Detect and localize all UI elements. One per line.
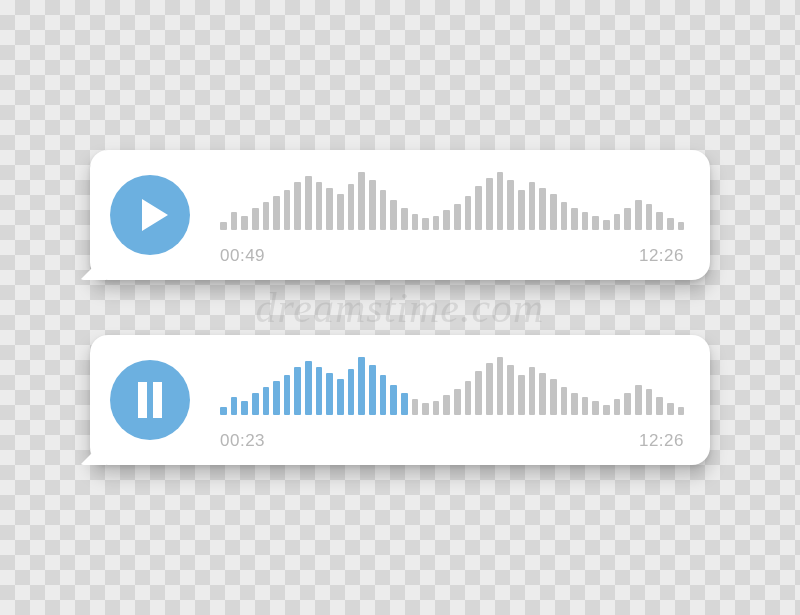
waveform-bar bbox=[561, 202, 568, 230]
pause-button[interactable] bbox=[110, 360, 190, 440]
waveform-bar bbox=[667, 218, 674, 230]
svg-rect-4 bbox=[153, 382, 162, 418]
waveform-area: 00:23 12:26 bbox=[220, 335, 684, 465]
waveform-bar bbox=[486, 178, 493, 230]
waveform-bar bbox=[635, 385, 642, 415]
waveform-bar bbox=[614, 214, 621, 230]
waveform-bar bbox=[252, 208, 259, 230]
total-time: 12:26 bbox=[639, 431, 684, 451]
waveform-bar bbox=[518, 375, 525, 415]
waveform-bar bbox=[550, 379, 557, 415]
waveform-bar bbox=[348, 184, 355, 230]
elapsed-time: 00:23 bbox=[220, 431, 265, 451]
waveform-bar bbox=[390, 385, 397, 415]
waveform-bar bbox=[624, 208, 631, 230]
waveform-bar bbox=[646, 204, 653, 230]
time-row: 00:49 12:26 bbox=[220, 246, 684, 266]
waveform[interactable] bbox=[220, 353, 684, 415]
waveform-bar bbox=[592, 401, 599, 415]
waveform-bar bbox=[337, 194, 344, 230]
waveform-bar bbox=[273, 381, 280, 415]
waveform-bar bbox=[656, 212, 663, 230]
waveform-bar bbox=[624, 393, 631, 415]
waveform-bar bbox=[539, 373, 546, 415]
waveform-bar bbox=[401, 208, 408, 230]
waveform-bar bbox=[390, 200, 397, 230]
waveform-bar bbox=[497, 172, 504, 230]
waveform-bar bbox=[380, 375, 387, 415]
waveform-bar bbox=[507, 180, 514, 230]
total-time: 12:26 bbox=[639, 246, 684, 266]
waveform-bar bbox=[358, 172, 365, 230]
voice-message-bubble: 00:23 12:26 bbox=[90, 335, 710, 465]
waveform-bar bbox=[305, 361, 312, 415]
time-row: 00:23 12:26 bbox=[220, 431, 684, 451]
waveform-bar bbox=[454, 389, 461, 415]
waveform-bar bbox=[486, 363, 493, 415]
waveform-bar bbox=[284, 190, 291, 230]
waveform-bar bbox=[294, 182, 301, 230]
waveform-bar bbox=[220, 222, 227, 230]
elapsed-time: 00:49 bbox=[220, 246, 265, 266]
waveform-bar bbox=[529, 182, 536, 230]
waveform-bar bbox=[465, 381, 472, 415]
canvas: dreamstime.com 00:49 12:26 bbox=[0, 0, 800, 615]
waveform-bar bbox=[497, 357, 504, 415]
waveform-bar bbox=[241, 216, 248, 230]
waveform-bar bbox=[241, 401, 248, 415]
waveform-bar bbox=[646, 389, 653, 415]
waveform-bar bbox=[539, 188, 546, 230]
pause-icon bbox=[110, 360, 190, 440]
waveform-bar bbox=[369, 180, 376, 230]
waveform-bar bbox=[465, 196, 472, 230]
svg-point-2 bbox=[110, 360, 190, 440]
waveform-bar bbox=[561, 387, 568, 415]
waveform-bar bbox=[380, 190, 387, 230]
waveform-bar bbox=[475, 186, 482, 230]
play-icon bbox=[110, 175, 190, 255]
waveform-bar bbox=[635, 200, 642, 230]
waveform-bar bbox=[582, 397, 589, 415]
waveform-bar bbox=[326, 188, 333, 230]
waveform-bar bbox=[422, 403, 429, 415]
svg-rect-3 bbox=[138, 382, 147, 418]
waveform-bar bbox=[401, 393, 408, 415]
waveform-bar bbox=[603, 405, 610, 415]
watermark-text: dreamstime.com bbox=[256, 284, 545, 332]
waveform-bar bbox=[358, 357, 365, 415]
waveform-bar bbox=[252, 393, 259, 415]
waveform-bar bbox=[678, 222, 685, 230]
waveform-bar bbox=[614, 399, 621, 415]
waveform-bar bbox=[433, 401, 440, 415]
waveform-bar bbox=[475, 371, 482, 415]
waveform-bar bbox=[369, 365, 376, 415]
waveform-bar bbox=[518, 190, 525, 230]
play-button[interactable] bbox=[110, 175, 190, 255]
waveform-bar bbox=[529, 367, 536, 415]
waveform-bar bbox=[603, 220, 610, 230]
waveform-bar bbox=[678, 407, 685, 415]
waveform-bar bbox=[422, 218, 429, 230]
waveform-bar bbox=[412, 399, 419, 415]
waveform-bar bbox=[443, 395, 450, 415]
waveform-bar bbox=[443, 210, 450, 230]
waveform-bar bbox=[348, 369, 355, 415]
waveform-bar bbox=[412, 214, 419, 230]
waveform-bar bbox=[550, 194, 557, 230]
waveform-bar bbox=[316, 182, 323, 230]
waveform-bar bbox=[337, 379, 344, 415]
waveform-bar bbox=[656, 397, 663, 415]
waveform[interactable] bbox=[220, 168, 684, 230]
waveform-bar bbox=[231, 212, 238, 230]
voice-message-bubble: 00:49 12:26 bbox=[90, 150, 710, 280]
waveform-bar bbox=[220, 407, 227, 415]
waveform-bar bbox=[454, 204, 461, 230]
waveform-bar bbox=[284, 375, 291, 415]
waveform-bar bbox=[326, 373, 333, 415]
waveform-bar bbox=[305, 176, 312, 230]
waveform-bar bbox=[592, 216, 599, 230]
waveform-bar bbox=[571, 393, 578, 415]
waveform-area: 00:49 12:26 bbox=[220, 150, 684, 280]
waveform-bar bbox=[667, 403, 674, 415]
waveform-bar bbox=[273, 196, 280, 230]
